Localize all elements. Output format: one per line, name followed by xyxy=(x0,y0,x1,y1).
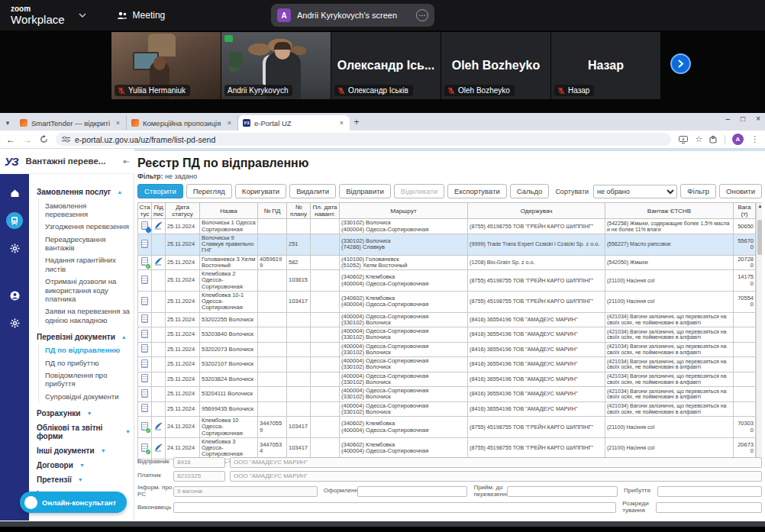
menu-section-collapsed[interactable]: Облікові та звітні форми▼ xyxy=(37,424,131,440)
column-header[interactable]: Маршрут xyxy=(340,203,468,219)
site-settings-icon[interactable] xyxy=(62,136,70,143)
table-row[interactable]: 25.11.2024Волочиськ 9 Славкув правильно … xyxy=(138,234,756,255)
user-icon[interactable] xyxy=(6,287,23,304)
browser-tab-active[interactable]: УЗe-Portal UZ× xyxy=(238,115,350,131)
browser-tab-inactive[interactable]: Комерційна пропозиція× xyxy=(127,115,238,131)
sidebar-item[interactable]: Переадресування вантажів xyxy=(45,233,131,254)
tab-search-chevron-icon[interactable]: ▾ xyxy=(0,119,15,131)
reload-button[interactable] xyxy=(40,135,48,143)
column-header[interactable]: Пл. дата навант. xyxy=(311,203,340,219)
settings-gear-icon[interactable] xyxy=(6,314,23,331)
column-header[interactable]: Підпис xyxy=(152,203,166,219)
collapse-sidebar-icon[interactable]: ⇤ xyxy=(124,157,130,166)
sender-name-field[interactable] xyxy=(230,457,762,468)
new-tab-button[interactable]: + xyxy=(350,117,363,131)
sidebar-item[interactable]: ПД по відправленню xyxy=(45,344,131,356)
table-row[interactable]: 25.11.202453203824 Волочиск(400004) Одес… xyxy=(138,372,756,387)
menu-section-expanded[interactable]: Замовлення послуг▲ xyxy=(37,188,131,196)
column-header[interactable]: № ПД xyxy=(258,203,287,219)
sidebar-item[interactable]: Замовлення перевезення xyxy=(45,199,131,221)
online-consultant-button[interactable]: Онлайн-консультант xyxy=(20,492,127,513)
tab-close-icon[interactable]: × xyxy=(115,119,121,127)
table-row[interactable]: ✓24.11.2024Клембовка 10 Одесса-Сортирово… xyxy=(138,417,756,438)
participant-tile[interactable]: НазарНазар xyxy=(551,32,660,99)
payer-code-field[interactable] xyxy=(173,471,225,482)
menu-section-collapsed[interactable]: Інші документи▼ xyxy=(37,447,131,455)
window-minimize-button[interactable]: – xyxy=(726,114,731,123)
sidebar-item[interactable]: Заяви на перевезення за однією накладною xyxy=(45,305,131,327)
action-button[interactable]: Перегляд xyxy=(186,184,232,198)
freight-transport-icon[interactable] xyxy=(6,212,23,229)
participant-tile[interactable]: Олександр Ісь...Олександр Іськів xyxy=(331,32,441,99)
browser-profile-avatar[interactable]: A xyxy=(732,134,744,145)
action-button[interactable]: Сальдо xyxy=(510,184,550,198)
column-header[interactable]: Одержувач xyxy=(468,203,605,219)
bookmark-star-icon[interactable]: ☆ xyxy=(695,134,702,144)
create-button[interactable]: Створити xyxy=(137,184,183,198)
tab-close-icon[interactable]: × xyxy=(226,119,233,127)
menu-section-expanded[interactable]: Перевізні документи▲ xyxy=(37,333,131,341)
table-row[interactable]: 25.11.2024Клембовка 2 Одесса-Сортировочн… xyxy=(138,270,756,292)
column-header[interactable]: Вага (т) xyxy=(734,203,756,219)
payer-name-field[interactable] xyxy=(230,471,762,482)
tab-close-icon[interactable]: × xyxy=(338,119,345,127)
sidebar-item[interactable]: Отримані дозволи на використання коду пл… xyxy=(45,276,131,305)
action-button[interactable]: Відправити xyxy=(339,184,391,198)
home-icon[interactable] xyxy=(6,185,23,202)
table-scrollbar[interactable]: ▲ ▼ xyxy=(756,202,762,463)
participant-tile[interactable]: Oleh BozheykoOleh Bozheyko xyxy=(441,32,550,99)
table-row[interactable]: 25.11.2024Клембовка 10-1 Одесса-Сортиров… xyxy=(138,291,756,312)
column-header[interactable]: № плану xyxy=(287,203,311,219)
browser-tab-inactive[interactable]: SmartTender — відкриті тенде× xyxy=(15,115,127,131)
sidebar-item[interactable]: Супровідні документи xyxy=(45,390,131,402)
column-header[interactable]: Назва xyxy=(200,203,258,219)
table-row[interactable]: 25.11.202453203840 Волочиск(400004) Одес… xyxy=(138,327,756,343)
sidebar-item[interactable]: Узгодження перевезення xyxy=(45,221,131,233)
browser-menu-icon[interactable]: ⋮ xyxy=(750,134,759,144)
scrollbar-thumb[interactable] xyxy=(757,220,762,255)
column-header[interactable]: Дата статусу xyxy=(166,203,200,219)
filter-button[interactable]: Фільтр xyxy=(680,184,716,198)
acceptance-field[interactable] xyxy=(507,486,618,497)
arrival-field[interactable] xyxy=(657,486,762,497)
send-to-device-icon[interactable] xyxy=(679,136,688,143)
menu-section-collapsed[interactable]: Розрахунки▼ xyxy=(37,409,131,418)
participant-tile[interactable]: Yuliia Hermaniuk xyxy=(111,32,221,99)
table-row[interactable]: 25.11.202453202073 Волочиск(400004) Одес… xyxy=(138,342,756,357)
table-row[interactable]: 25.11.202495699435 Волочиск(400004) Одес… xyxy=(138,401,756,417)
extensions-icon[interactable] xyxy=(709,135,718,143)
column-header[interactable]: Статус xyxy=(138,203,152,219)
menu-section-collapsed[interactable]: Претензії▼ xyxy=(37,476,131,484)
executor-field[interactable] xyxy=(173,502,616,513)
action-button[interactable]: Експортувати xyxy=(447,184,507,198)
action-button[interactable]: Видалити xyxy=(289,184,336,198)
uncrediting-field[interactable] xyxy=(656,502,762,513)
sidebar-item[interactable]: Надання гарантійних листів xyxy=(45,254,131,276)
sort-select[interactable]: не обрано xyxy=(593,185,677,198)
registration-field[interactable] xyxy=(357,486,468,497)
table-row[interactable]: 25.11.2024Волочиськ 1 Одесса Сортировочн… xyxy=(138,219,756,234)
action-button[interactable]: Коригувати xyxy=(235,184,286,198)
sidebar-item[interactable]: ПД по прибуттю xyxy=(45,356,131,369)
sender-code-field[interactable] xyxy=(173,457,225,468)
table-row[interactable]: 25.11.202453202107 Волочиск(400004) Одес… xyxy=(138,357,756,372)
next-participants-button[interactable] xyxy=(670,53,691,74)
back-button[interactable]: ← xyxy=(6,135,15,144)
chevron-down-icon[interactable] xyxy=(79,13,86,18)
scroll-up-icon[interactable]: ▲ xyxy=(757,204,762,208)
table-row[interactable]: ✓25.11.2024Голованевск 3 Хелм Восточный4… xyxy=(138,255,756,270)
sidebar-item[interactable]: Повідомлення про прибуття xyxy=(45,369,131,390)
window-close-button[interactable]: × xyxy=(756,114,760,123)
participant-tile[interactable]: Andrii Kyrykovych xyxy=(221,32,331,99)
ellipsis-icon[interactable]: ⋯ xyxy=(416,9,428,21)
window-maximize-button[interactable]: □ xyxy=(741,114,745,123)
tab-meeting[interactable]: Meeting xyxy=(117,10,166,21)
gear-icon[interactable] xyxy=(6,240,23,256)
table-row[interactable]: 25.11.202453202255 Волочиск(400004) Одес… xyxy=(138,312,756,327)
table-row[interactable]: ✓24.11.2024Клембовка 3 Одесса-Сортировоч… xyxy=(138,437,756,459)
menu-section-collapsed[interactable]: Договори▼ xyxy=(37,461,131,469)
table-row[interactable]: 25.11.202453204111 Волочиск(400004) Одес… xyxy=(138,387,756,402)
forward-button[interactable]: → xyxy=(23,135,32,144)
column-header[interactable]: Вантаж ЄТСНВ xyxy=(605,203,734,219)
address-bar[interactable]: e-portal.uz.gov.ua/uz/frame/list-pd-send xyxy=(56,133,671,146)
